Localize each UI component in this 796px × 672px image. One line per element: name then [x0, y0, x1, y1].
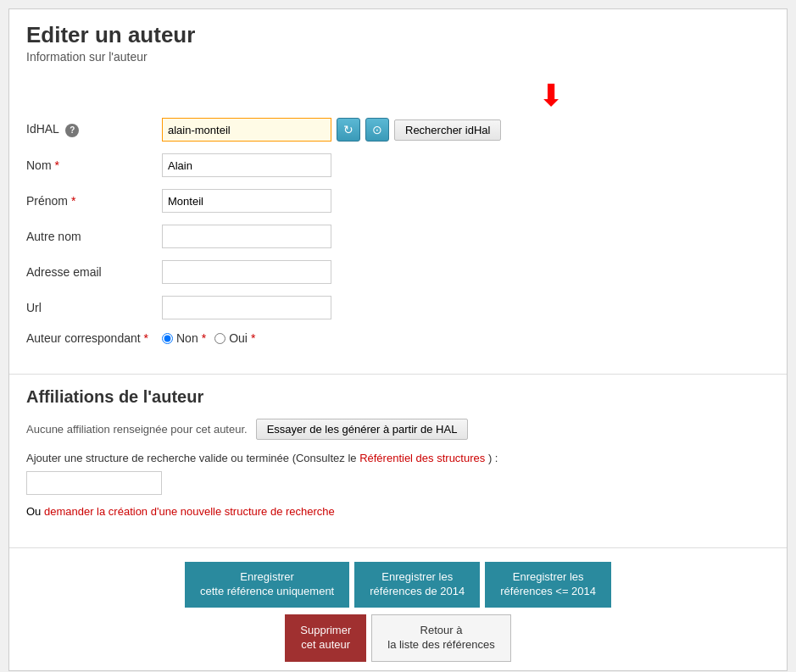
- main-container: Editer un auteur Information sur l'auteu…: [8, 8, 788, 671]
- nom-controls: [162, 153, 331, 177]
- nom-row: Nom *: [26, 153, 770, 177]
- autre-nom-controls: [162, 225, 331, 248]
- idhal-refresh-button[interactable]: ↻: [337, 118, 360, 142]
- radio-non-required: *: [202, 331, 206, 345]
- auteur-correspondant-required: *: [144, 331, 148, 345]
- url-controls: [162, 296, 331, 319]
- url-row: Url: [26, 296, 770, 319]
- secondary-btn-row: Supprimercet auteur Retour àla liste des…: [285, 614, 510, 662]
- structure-input[interactable]: [26, 471, 162, 495]
- prenom-required: *: [71, 194, 75, 208]
- url-label: Url: [26, 301, 162, 314]
- arrow-down-icon: ⬇: [538, 81, 564, 111]
- email-row: Adresse email: [26, 260, 770, 284]
- save-lte2014-button[interactable]: Enregistrer lesréférences <= 2014: [485, 562, 611, 608]
- radio-oui-label[interactable]: Oui *: [214, 331, 255, 345]
- radio-group: Non * Oui *: [162, 331, 255, 345]
- idhal-clear-button[interactable]: ⊙: [365, 118, 389, 142]
- save-2014-button[interactable]: Enregistrer lesréférences de 2014: [354, 562, 480, 608]
- form-section: ⬇ IdHAL ? ↻ ⊙ Rechercher idHal Nom *: [9, 72, 787, 374]
- autre-nom-input[interactable]: [162, 225, 331, 248]
- generate-button[interactable]: Essayer de les générer à partir de HAL: [256, 419, 469, 440]
- nom-required: *: [54, 158, 58, 172]
- affiliations-title: Affiliations de l'auteur: [26, 387, 770, 407]
- delete-button[interactable]: Supprimercet auteur: [285, 614, 366, 662]
- buttons-section: Enregistrercette référence uniquement En…: [9, 547, 787, 670]
- radio-non-label[interactable]: Non *: [162, 331, 206, 345]
- radio-non[interactable]: [162, 333, 173, 344]
- auteur-correspondant-label: Auteur correspondant *: [26, 331, 162, 345]
- nom-label: Nom *: [26, 158, 162, 172]
- page-header: Editer un auteur Information sur l'auteu…: [9, 9, 787, 72]
- back-button[interactable]: Retour àla liste des références: [371, 614, 510, 662]
- prenom-label: Prénom *: [26, 194, 162, 208]
- email-label: Adresse email: [26, 265, 162, 279]
- page-title: Editer un auteur: [26, 22, 770, 48]
- auteur-correspondant-row: Auteur correspondant * Non * Oui *: [26, 331, 770, 345]
- prenom-input[interactable]: [162, 189, 331, 213]
- create-structure-link[interactable]: demander la création d'une nouvelle stru…: [44, 505, 335, 518]
- no-affiliation-text: Aucune affiliation renseignée pour cet a…: [26, 423, 248, 436]
- url-input[interactable]: [162, 296, 331, 319]
- email-input[interactable]: [162, 260, 331, 284]
- primary-btn-row: Enregistrercette référence uniquement En…: [185, 562, 611, 608]
- prenom-row: Prénom *: [26, 189, 770, 213]
- affiliations-section: Affiliations de l'auteur Aucune affiliat…: [9, 374, 787, 547]
- autre-nom-row: Autre nom: [26, 225, 770, 248]
- radio-oui-required: *: [251, 331, 255, 345]
- idhal-row: IdHAL ? ↻ ⊙ Rechercher idHal: [26, 118, 770, 142]
- search-idhal-button[interactable]: Rechercher idHal: [394, 119, 501, 141]
- create-structure-row: Ou demander la création d'une nouvelle s…: [26, 505, 770, 518]
- help-icon[interactable]: ?: [65, 124, 79, 137]
- prenom-controls: [162, 189, 331, 213]
- radio-oui[interactable]: [214, 333, 225, 344]
- idhal-controls: ↻ ⊙ Rechercher idHal: [162, 118, 501, 142]
- autre-nom-label: Autre nom: [26, 230, 162, 243]
- no-affiliation-row: Aucune affiliation renseignée pour cet a…: [26, 419, 770, 440]
- idhal-label: IdHAL ?: [26, 122, 162, 137]
- referentiel-link[interactable]: Référentiel des structures: [359, 452, 485, 464]
- add-structure-label: Ajouter une structure de recherche valid…: [26, 452, 770, 464]
- arrow-indicator: ⬇: [331, 81, 770, 111]
- nom-input[interactable]: [162, 153, 331, 177]
- idhal-input[interactable]: [162, 118, 331, 142]
- email-controls: [162, 260, 331, 284]
- page-subtitle: Information sur l'auteur: [26, 50, 770, 64]
- save-only-button[interactable]: Enregistrercette référence uniquement: [185, 562, 349, 608]
